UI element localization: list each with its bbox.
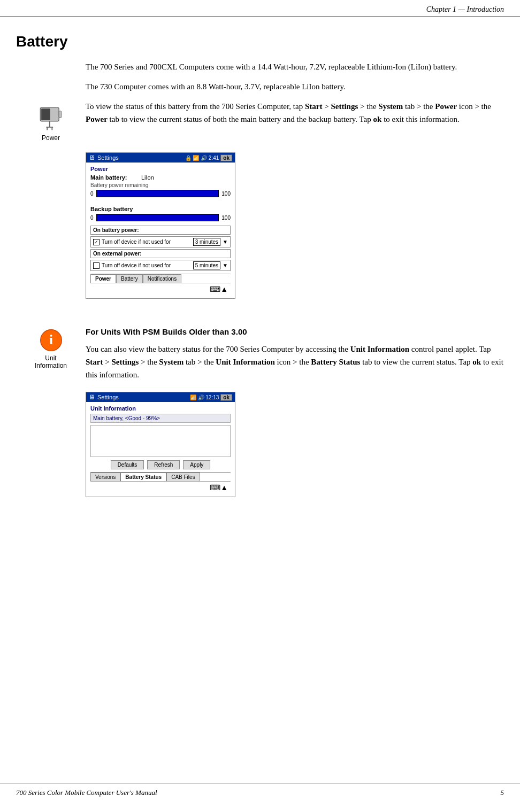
ss2-tab-battery-status[interactable]: Battery Status — [120, 473, 166, 481]
ss1-external-dropdown-arrow[interactable]: ▼ — [223, 262, 228, 268]
svg-rect-2 — [41, 109, 50, 120]
unit-icon-label: Unit Information — [35, 354, 67, 369]
svg-text:i: i — [49, 332, 53, 347]
ss2-title: Settings — [97, 394, 119, 400]
power-note-text: To view the status of this battery from … — [86, 100, 504, 126]
ss2-windows-icon: 🖥 — [89, 393, 95, 401]
ss1-backup-progress: 0 100 — [90, 214, 231, 221]
ss1-battery-dropdown[interactable]: 3 minutes — [193, 238, 220, 246]
ss1-windows-icon: 🖥 — [89, 154, 95, 161]
ss1-on-battery-label: On battery power: — [93, 227, 139, 233]
ss1-power-title: Power — [90, 166, 231, 172]
ss2-button-row: Defaults Refresh Apply — [90, 460, 231, 469]
ss1-external-power-section: On external power: — [90, 249, 231, 258]
battery-heading: Battery — [16, 33, 504, 50]
power-icon-label: Power — [42, 134, 60, 142]
ss1-main-progress: 0 100 — [90, 190, 231, 197]
ss2-empty-box — [90, 425, 231, 457]
para2: The 730 Computer comes with an 8.8 Watt-… — [86, 81, 504, 93]
ss2-defaults-button[interactable]: Defaults — [111, 460, 144, 469]
screenshot1: 🖥 Settings 🔒 📶 🔊 2:41 ok Power Main batt… — [86, 152, 235, 299]
ss1-footer: ⌨▲ — [90, 283, 231, 295]
ss1-tab-power[interactable]: Power — [90, 274, 116, 283]
ss1-external-dropdown[interactable]: 5 minutes — [193, 261, 220, 269]
ss1-main-max: 100 — [221, 191, 231, 197]
ss1-tabs: Power Battery Notifications — [90, 274, 231, 283]
power-icon-area: Power — [16, 100, 86, 142]
ss2-list-item: Main battery, <Good - 99%> — [90, 414, 231, 423]
ss2-ok-button[interactable]: ok — [220, 394, 232, 401]
ss1-icons: 🔒 📶 🔊 2:41 ok — [185, 154, 232, 161]
para1: The 700 Series and 700CXL Computers come… — [86, 61, 504, 73]
ss1-main-battery-label: Main battery: — [90, 174, 139, 181]
ss1-status-icons: 🔒 📶 🔊 2:41 — [185, 155, 219, 161]
ss1-body: Power Main battery: LiIon Battery power … — [86, 163, 235, 298]
ss1-titlebar-left: 🖥 Settings — [89, 154, 119, 161]
svg-rect-1 — [59, 111, 62, 118]
unit-info-icon: i — [39, 328, 63, 352]
ss1-backup-min: 0 — [90, 215, 94, 221]
ss1-main-battery-value: LiIon — [141, 174, 154, 181]
footer-page-number: 5 — [501, 788, 504, 797]
ss2-refresh-button[interactable]: Refresh — [147, 460, 180, 469]
power-note: Power To view the status of this battery… — [16, 100, 504, 142]
ss1-on-external-label: On external power: — [93, 251, 142, 257]
ss2-titlebar: 🖥 Settings 📶 🔊 12:13 ok — [86, 392, 235, 402]
unit-note-text: For Units With PSM Builds Older than 3.0… — [86, 326, 504, 381]
keyboard-icon: ⌨▲ — [210, 285, 228, 293]
ss2-apply-button[interactable]: Apply — [183, 460, 210, 469]
ss2-icons: 📶 🔊 12:13 ok — [190, 394, 232, 401]
ss2-tabs: Versions Battery Status CAB Files — [90, 472, 231, 481]
ss1-backup-battery-label: Backup battery — [90, 206, 139, 212]
ss2-tab-cab-files[interactable]: CAB Files — [166, 473, 200, 481]
ss1-tab-notifications[interactable]: Notifications — [143, 274, 181, 283]
ss1-tab-battery[interactable]: Battery — [116, 274, 143, 283]
ss2-body: Unit Information Main battery, <Good - 9… — [86, 402, 235, 497]
ss1-main-min: 0 — [90, 191, 94, 197]
ss1-external-checkbox-text: Turn off device if not used for — [102, 262, 171, 268]
ss1-external-checkbox-row[interactable]: Turn off device if not used for 5 minute… — [90, 260, 231, 271]
ss2-section-title: Unit Information — [90, 405, 231, 412]
chapter-title: Chapter 1 — Introduction — [426, 5, 504, 13]
unit-info-section: i Unit Information For Units With PSM Bu… — [16, 326, 504, 381]
unit-heading: For Units With PSM Builds Older than 3.0… — [86, 326, 504, 338]
ss1-title: Settings — [97, 154, 119, 161]
page-footer: 700 Series Color Mobile Computer User's … — [0, 784, 520, 801]
footer-manual-title: 700 Series Color Mobile Computer User's … — [16, 788, 157, 797]
ss1-titlebar: 🖥 Settings 🔒 📶 🔊 2:41 ok — [86, 153, 235, 163]
ss1-battery-dropdown-arrow[interactable]: ▼ — [223, 239, 228, 245]
ss1-backup-max: 100 — [221, 215, 231, 221]
ss1-external-checkbox[interactable] — [93, 262, 100, 269]
ss1-main-battery-row: Main battery: LiIon — [90, 174, 231, 181]
ss1-battery-power-section: On battery power: — [90, 226, 231, 235]
ss2-status-icons: 📶 🔊 12:13 — [190, 395, 219, 400]
page-header: Chapter 1 — Introduction — [0, 0, 520, 17]
ss1-battery-remaining-label: Battery power remaining — [90, 182, 231, 188]
ss1-backup-battery-row: Backup battery — [90, 206, 231, 212]
ss1-battery-checkbox-row[interactable]: ✓ Turn off device if not used for 3 minu… — [90, 236, 231, 248]
ss1-ok-button[interactable]: ok — [220, 154, 232, 161]
screenshot2: 🖥 Settings 📶 🔊 12:13 ok Unit Information… — [86, 392, 235, 497]
power-icon — [36, 103, 66, 132]
ss2-footer: ⌨▲ — [90, 481, 231, 493]
ss2-tab-versions[interactable]: Versions — [90, 473, 120, 481]
ss1-battery-checkbox-text: Turn off device if not used for — [102, 239, 171, 245]
ss2-keyboard-icon: ⌨▲ — [210, 483, 228, 492]
unit-icon-area: i Unit Information — [16, 326, 86, 369]
ss1-backup-track — [96, 214, 219, 221]
ss1-main-track — [96, 190, 219, 197]
ss2-titlebar-left: 🖥 Settings — [89, 393, 119, 401]
ss1-battery-checkbox[interactable]: ✓ — [93, 239, 100, 245]
